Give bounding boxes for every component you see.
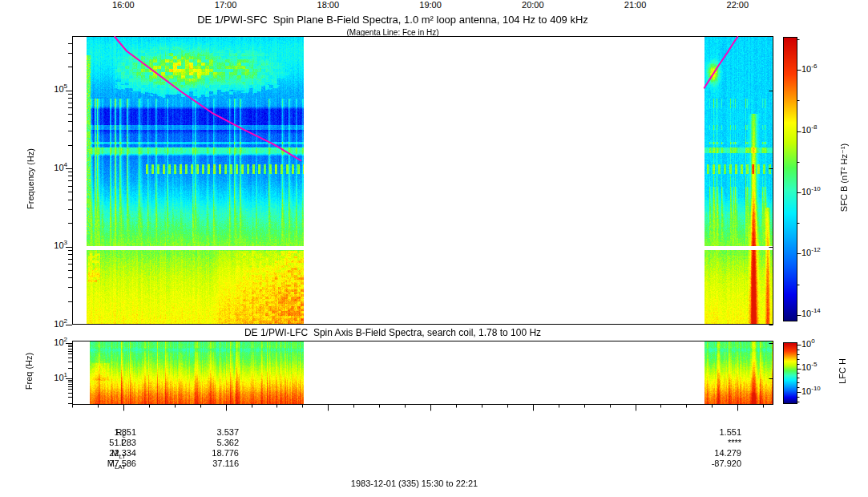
ephemeris-value: 1.551: [677, 427, 741, 437]
time-tick-label: 21:00: [616, 0, 656, 10]
ephemeris-row-mlat: MLAT 77.586 37.116 -87.920: [0, 459, 868, 469]
sfc-colorbar-tick-label: 10-12: [801, 246, 843, 257]
ephemeris-row-l: L 51.283 5.362 ****: [0, 438, 868, 448]
sfc-colorbar-tick-label: 10-6: [801, 63, 843, 74]
sfc-colorbar-label: SFC B (nT² Hz⁻¹): [839, 98, 850, 258]
ephemeris-value: 3.537: [175, 427, 239, 437]
lfc-colorbar-canvas: [784, 343, 797, 403]
ephemeris-value: -87.920: [677, 459, 741, 468]
time-tick-label: 17:00: [206, 0, 246, 10]
spectrogram-figure: DE 1/PWI-SFC Spin Plane B-Field Spectra,…: [0, 0, 868, 497]
sfc-y-tick-label: 104: [35, 161, 67, 172]
ephemeris-value: 1.851: [72, 427, 136, 437]
ephemeris-value: 22.334: [72, 448, 136, 458]
ephemeris-value: 37.116: [175, 459, 239, 468]
lfc-y-tick-label: 101: [35, 371, 67, 382]
time-tick-label: 20:00: [513, 0, 553, 10]
sfc-panel-subtitle: (Magenta Line: Fce in Hz): [0, 28, 785, 37]
ephemeris-row-mlt: MLT 22.334 18.776 14.279: [0, 448, 868, 459]
sfc-spectrogram-canvas: [73, 37, 773, 324]
ephemeris-value: ****: [677, 438, 741, 447]
time-tick-label: 19:00: [410, 0, 450, 10]
time-tick-label: 18:00: [308, 0, 348, 10]
date-range-footer: 1983-12-01 (335) 15:30 to 22:21: [0, 479, 829, 488]
ephemeris-value: 51.283: [72, 438, 136, 447]
ephemeris-value: 5.362: [175, 438, 239, 447]
sfc-y-axis-label: Frequency (Hz): [26, 99, 35, 259]
sfc-colorbar-canvas: [784, 38, 797, 321]
sfc-panel-title: DE 1/PWI-SFC Spin Plane B-Field Spectra,…: [0, 14, 785, 26]
sfc-y-tick-label: 105: [35, 83, 67, 95]
ephemeris-value: 18.776: [175, 448, 239, 458]
lfc-panel-title: DE 1/PWI-LFC Spin Axis B-Field Spectra, …: [0, 327, 785, 338]
ephemeris-value: 77.586: [72, 459, 136, 468]
sfc-colorbar-tick-label: 10-8: [801, 124, 843, 135]
sfc-colorbar-tick-label: 10-10: [801, 185, 843, 196]
ephemeris-value: 14.279: [677, 448, 741, 458]
ephemeris-row-re: Re 1.851 3.537 1.551: [0, 427, 868, 438]
sfc-y-tick-label: 103: [35, 240, 67, 251]
time-tick-label: 22:00: [717, 0, 757, 10]
time-tick-label: 16:00: [103, 0, 143, 10]
lfc-spectrogram-canvas: [73, 341, 773, 404]
